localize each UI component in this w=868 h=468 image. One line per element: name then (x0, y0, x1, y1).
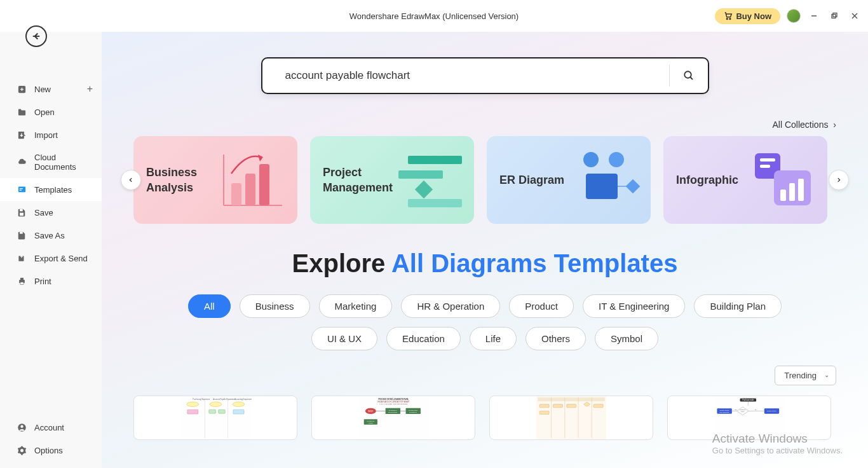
minimize-button[interactable] (807, 9, 821, 23)
sidebar-item-templates[interactable]: Templates (0, 178, 102, 201)
svg-rect-3 (832, 15, 836, 18)
sidebar-item-label: Save As (34, 231, 65, 240)
sidebar-item-open[interactable]: Open (0, 100, 102, 123)
svg-text:Accounts Payable Department: Accounts Payable Department (213, 398, 235, 401)
svg-rect-4 (833, 13, 837, 17)
svg-rect-51 (780, 189, 786, 201)
svg-text:Purchase made: Purchase made (742, 399, 754, 401)
plus-square-icon (17, 84, 27, 94)
svg-point-31 (684, 71, 691, 78)
svg-rect-61 (187, 410, 198, 414)
sidebar-item-label: Options (34, 446, 63, 455)
carousel-next-button[interactable] (829, 170, 849, 190)
svg-rect-49 (760, 165, 770, 168)
sidebar-item-saveas[interactable]: Save As (0, 224, 102, 247)
category-card-er-diagram[interactable]: ER Diagram (487, 136, 651, 224)
filter-pill-it-engineering[interactable]: IT & Engineering (583, 294, 685, 318)
svg-rect-90 (539, 404, 549, 408)
plus-icon[interactable]: + (87, 83, 93, 95)
svg-text:"ENCARGADO DE CUENTAS POR PAGA: "ENCARGADO DE CUENTAS POR PAGAR" (377, 401, 410, 403)
sidebar-item-cloud[interactable]: Cloud Documents (0, 146, 102, 178)
user-avatar[interactable] (787, 9, 801, 23)
template-card[interactable]: PROCESO DE RECLUTAMIENTO PARA"ENCARGADO … (311, 396, 475, 440)
svg-rect-48 (760, 158, 775, 162)
gear-icon (17, 445, 27, 455)
carousel-prev-button[interactable] (121, 170, 141, 190)
category-card-title: Business Analysis (146, 165, 229, 196)
svg-point-62 (210, 402, 222, 407)
diagram-icon (572, 148, 642, 212)
sidebar-item-account[interactable]: Account (0, 416, 102, 439)
sidebar-item-label: New (34, 85, 51, 94)
svg-text:vacante: vacante (369, 422, 374, 423)
chart-icon (219, 148, 288, 212)
svg-point-60 (187, 402, 199, 407)
filter-pill-education[interactable]: Education (386, 327, 461, 350)
titlebar: Wondershare EdrawMax (Unlicensed Version… (0, 0, 868, 32)
template-card[interactable]: Purchase madeCreate Invoicefrom Template… (667, 396, 831, 440)
svg-rect-52 (789, 183, 795, 201)
filter-pill-all[interactable]: All (188, 294, 231, 318)
close-button[interactable] (848, 9, 862, 23)
sidebar-item-label: Print (34, 277, 51, 286)
svg-rect-98 (717, 408, 731, 414)
filter-pill-marketing[interactable]: Marketing (319, 294, 393, 318)
filter-pill-others[interactable]: Others (526, 327, 586, 350)
print-icon (17, 276, 27, 286)
sidebar-item-print[interactable]: Print (0, 270, 102, 292)
filter-pill-hr-operation[interactable]: HR & Operation (401, 294, 500, 318)
category-card-business-analysis[interactable]: Business Analysis (133, 136, 297, 224)
svg-rect-37 (259, 164, 269, 205)
filter-pill-product[interactable]: Product (509, 294, 574, 318)
filter-pill-symbol[interactable]: Symbol (595, 327, 658, 350)
sidebar-item-export[interactable]: Export & Send (0, 247, 102, 270)
save-icon (17, 207, 27, 217)
cart-icon (724, 11, 733, 20)
chevron-right-icon: › (833, 120, 836, 130)
folder-icon (17, 107, 27, 117)
sidebar-item-new[interactable]: New + (0, 78, 102, 100)
filter-pill-ui-ux[interactable]: UI & UX (311, 327, 377, 350)
svg-text:INICIO: INICIO (368, 410, 373, 413)
buy-now-button[interactable]: Buy Now (715, 8, 780, 24)
maximize-button[interactable] (827, 9, 841, 23)
svg-rect-91 (553, 404, 563, 408)
search-input[interactable] (285, 69, 663, 82)
svg-rect-84 (536, 396, 606, 439)
svg-rect-22 (20, 209, 23, 212)
svg-rect-27 (20, 277, 24, 279)
svg-point-65 (233, 402, 245, 407)
svg-rect-19 (18, 186, 25, 192)
svg-rect-63 (209, 410, 216, 413)
svg-text:de fuente de: de fuente de (409, 411, 417, 413)
filter-pill-life[interactable]: Life (470, 327, 517, 350)
svg-rect-35 (231, 183, 241, 205)
template-card[interactable] (489, 396, 653, 440)
sidebar-item-save[interactable]: Save (0, 201, 102, 224)
sidebar-item-label: Save (34, 208, 53, 217)
svg-point-30 (20, 425, 23, 427)
template-card[interactable]: Purchasing DepartmentAccounts Payable De… (133, 396, 297, 440)
svg-rect-94 (593, 404, 603, 408)
filter-pill-building-plan[interactable]: Building Plan (694, 294, 782, 318)
svg-point-1 (729, 18, 731, 20)
export-icon (17, 253, 27, 263)
category-card-infographic[interactable]: Infographic (663, 136, 827, 224)
all-collections-link[interactable]: All Collections › (121, 120, 849, 130)
sidebar-item-options[interactable]: Options (0, 439, 102, 462)
svg-rect-20 (19, 188, 22, 189)
svg-text:documentación: documentación (388, 411, 398, 413)
sort-dropdown[interactable]: Trending ⌄ (775, 366, 836, 385)
svg-text:Purchasing Department: Purchasing Department (193, 398, 210, 401)
svg-text:PROCESO DE RECLUTAMIENTO PARA: PROCESO DE RECLUTAMIENTO PARA (378, 398, 408, 401)
search-button[interactable] (682, 59, 708, 93)
category-card-project-management[interactable]: Project Management (310, 136, 474, 224)
svg-rect-40 (415, 181, 433, 198)
sidebar-item-import[interactable]: Import (0, 123, 102, 146)
filter-pill-business[interactable]: Business (240, 294, 310, 318)
svg-line-32 (690, 77, 693, 79)
svg-text:Create Invoice: Create Invoice (767, 410, 777, 411)
sidebar-item-label: Export & Send (34, 254, 88, 263)
svg-text:Se abre una: Se abre una (367, 420, 375, 422)
svg-rect-93 (539, 411, 549, 414)
